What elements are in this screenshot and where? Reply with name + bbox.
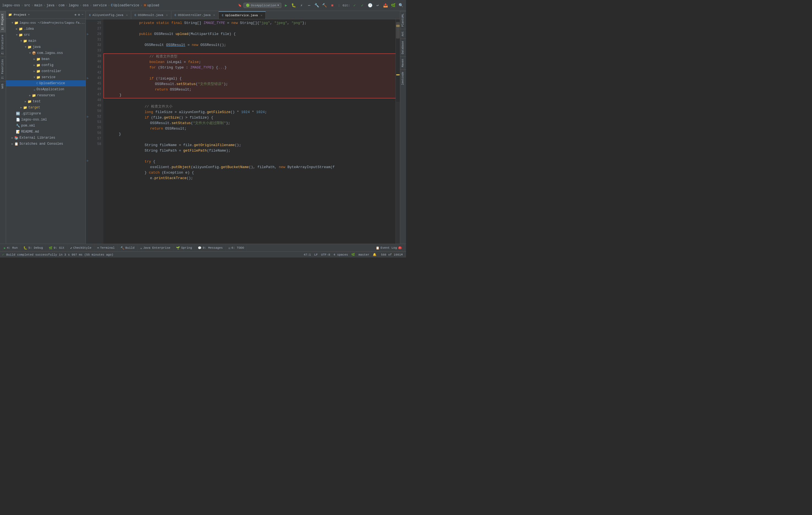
- bottom-tab-build[interactable]: 🔨 Build: [118, 244, 138, 252]
- tree-item-main[interactable]: 📁 main: [6, 38, 86, 44]
- tab-oss-controller[interactable]: C OSSController.java ✕: [171, 11, 219, 19]
- tree-item-src[interactable]: 📁 src: [6, 32, 86, 38]
- search-button[interactable]: 🔍: [398, 2, 404, 8]
- indent-label[interactable]: 4 spaces: [334, 253, 348, 256]
- right-tab-ant[interactable]: Ant: [400, 29, 406, 38]
- git-history-button[interactable]: 🕐: [367, 2, 373, 8]
- expand-arrow: [25, 100, 26, 103]
- left-sidebar-tabs: 1: Project Z: Structure 2: Favorites Web: [0, 11, 6, 244]
- bc-java[interactable]: java: [47, 4, 55, 7]
- tree-item-package[interactable]: 📦 com.lagou.oss: [6, 50, 86, 56]
- tree-item-iml[interactable]: 📄 lagou-oss.iml: [6, 117, 86, 123]
- git-check-button[interactable]: ✓: [351, 2, 357, 8]
- bc-oss[interactable]: oss: [83, 4, 89, 7]
- tree-label: lagou-oss.iml: [21, 118, 47, 122]
- bottom-tab-terminal[interactable]: ⌨ Terminal: [94, 244, 117, 252]
- locate-icon[interactable]: ⊕: [75, 13, 77, 17]
- tab-oss-result[interactable]: C OSSResult.java ✕: [131, 11, 171, 19]
- right-tab-leetcode[interactable]: leetcode: [400, 69, 406, 87]
- tree-item-controller[interactable]: 📁 controller: [6, 68, 86, 74]
- tab-upload-service[interactable]: C UploadService.java ✕: [219, 11, 266, 19]
- run-config-dropdown[interactable]: 🟢 OssApplication ▼: [243, 3, 281, 8]
- tab-aliyun-config[interactable]: C AliyunConfig.java ✕: [86, 11, 131, 19]
- position-label[interactable]: 47:1: [304, 253, 311, 256]
- bc-main[interactable]: main: [34, 4, 42, 7]
- sidebar-item-structure[interactable]: Z: Structure: [0, 32, 6, 57]
- right-tab-maven[interactable]: Maven: [400, 56, 406, 69]
- run-button[interactable]: ▶: [283, 2, 289, 8]
- branch-label[interactable]: master: [358, 253, 370, 256]
- gutter-33: [86, 64, 90, 70]
- tree-item-test[interactable]: 📁 test: [6, 98, 86, 105]
- bottom-tab-debug[interactable]: 🐛 5: Debug: [21, 244, 46, 252]
- tree-item-target[interactable]: 📁 target: [6, 105, 86, 111]
- tree-item-java[interactable]: 📁 java: [6, 44, 86, 50]
- emoji2-button[interactable]: 🔨: [322, 2, 328, 8]
- more-run-button[interactable]: ⋯: [306, 2, 312, 8]
- stop-button[interactable]: ■: [329, 2, 335, 8]
- bc-com[interactable]: com: [59, 4, 65, 7]
- bc-upload[interactable]: upload: [147, 4, 159, 7]
- coverage-button[interactable]: ⚡: [298, 2, 304, 8]
- debug-button[interactable]: 🐛: [291, 2, 297, 8]
- tree-item-readme[interactable]: 📝 README.md: [6, 129, 86, 135]
- git-branches-button[interactable]: 🌿: [390, 2, 396, 8]
- tree-item-scratches[interactable]: 📋 Scratches and Consoles: [6, 141, 86, 147]
- tree-item-oss-application[interactable]: ☕ OssApplication: [6, 86, 86, 92]
- sidebar-item-project[interactable]: 1: Project: [0, 11, 6, 32]
- bc-upload-service[interactable]: UploadService: [114, 4, 140, 7]
- git-label: Git:: [343, 4, 350, 7]
- git-push-button[interactable]: 📤: [382, 2, 388, 8]
- bottom-tab-java-enterprise[interactable]: ☕ Java Enterprise: [138, 244, 174, 252]
- tree-item-idea[interactable]: 📁 .idea: [6, 26, 86, 32]
- collapse-icon[interactable]: −: [81, 13, 83, 17]
- tree-item-resources[interactable]: 📁 resources: [6, 92, 86, 98]
- tree-item-lagou-oss[interactable]: 📁 lagou-oss ~/IdeaProjects/lagou-fa...: [6, 20, 86, 26]
- memory-indicator[interactable]: 588 of 1981M: [380, 253, 404, 256]
- bc-lagou[interactable]: lagou: [69, 4, 79, 7]
- tab-close-button[interactable]: ✕: [213, 13, 215, 17]
- bottom-tab-git[interactable]: 🌿 9: Git: [46, 244, 68, 252]
- tree-item-pom[interactable]: 🔧 pom.xml: [6, 123, 86, 129]
- bottom-tab-event-log[interactable]: 📋 Event Log 5: [373, 244, 405, 252]
- iml-icon: 📄: [16, 118, 20, 122]
- right-tab-database[interactable]: Database: [400, 38, 406, 56]
- gutter-25: [86, 20, 90, 26]
- sidebar-item-web[interactable]: Web: [0, 81, 6, 91]
- right-tab-plantuml[interactable]: PlantUML: [400, 11, 406, 29]
- tree-item-upload-service[interactable]: C UploadService: [6, 80, 86, 86]
- gutter-39: [86, 70, 90, 76]
- expand-arrow: [20, 39, 22, 42]
- git-rollback-button[interactable]: ↩: [375, 2, 381, 8]
- code-line-25: private static final String[] IMAGE_TYPE…: [108, 20, 396, 26]
- bottom-tab-messages[interactable]: 💬 0: Messages: [195, 244, 226, 252]
- tree-item-bean[interactable]: 📁 bean: [6, 56, 86, 62]
- tree-item-external-libs[interactable]: 📚 External Libraries: [6, 135, 86, 141]
- scroll-bar[interactable]: [396, 19, 400, 244]
- encoding-label[interactable]: UTF-8: [321, 253, 330, 256]
- notifications-icon[interactable]: 🔔: [373, 253, 377, 256]
- bottom-tab-todo[interactable]: ☑ 6: TODO: [226, 244, 247, 252]
- tree-item-config[interactable]: 📁 config: [6, 62, 86, 68]
- tree-item-gitignore[interactable]: 🔤 .gitignore: [6, 111, 86, 117]
- bottom-tab-run[interactable]: ▶ 4: Run: [1, 244, 21, 252]
- sidebar-item-favorites[interactable]: 2: Favorites: [0, 57, 6, 81]
- bottom-tab-checkstyle[interactable]: ✔ CheckStyle: [68, 244, 95, 252]
- code-content[interactable]: private static final String[] IMAGE_TYPE…: [104, 19, 396, 244]
- bottom-tab-spring[interactable]: 🌱 Spring: [173, 244, 195, 252]
- gutter-45: [86, 103, 90, 108]
- tree-label: External Libraries: [20, 136, 55, 140]
- bc-service[interactable]: service: [93, 4, 107, 7]
- settings-icon[interactable]: ⚙: [78, 13, 80, 17]
- tree-item-service[interactable]: 📁 service: [6, 74, 86, 80]
- tab-close-button[interactable]: ✕: [260, 14, 262, 17]
- gutter-57: [86, 169, 90, 174]
- emoji1-button[interactable]: 🔧: [314, 2, 320, 8]
- git-check2-button[interactable]: ✓: [359, 2, 365, 8]
- bc-src[interactable]: src: [24, 4, 30, 7]
- scroll-thumb[interactable]: [396, 22, 400, 38]
- bc-lagou-oss[interactable]: lagou-oss: [2, 4, 20, 7]
- line-ending-label[interactable]: LF: [314, 253, 318, 256]
- tab-close-button[interactable]: ✕: [126, 13, 127, 17]
- tab-close-button[interactable]: ✕: [166, 13, 168, 17]
